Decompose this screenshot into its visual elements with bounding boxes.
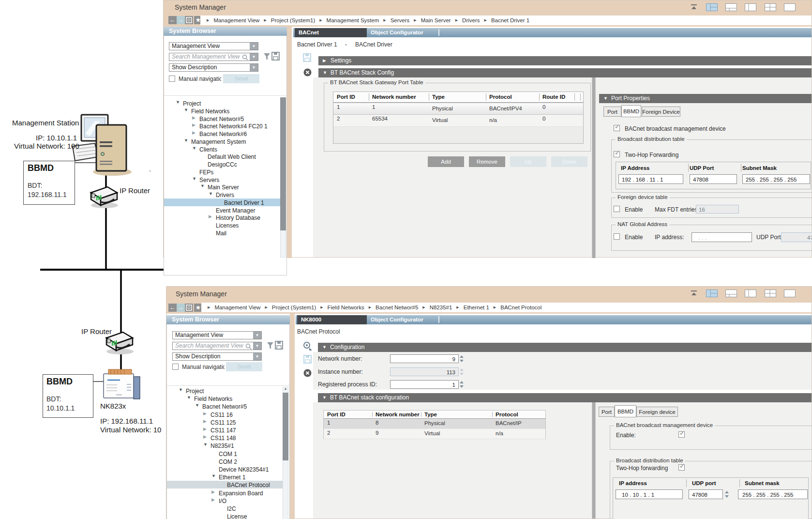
column-header[interactable]: Port ID <box>337 94 355 100</box>
tree-item[interactable]: CS11 125 <box>211 419 236 426</box>
tree-item[interactable]: DesigoCCc <box>208 161 237 168</box>
tree-expanded-icon[interactable]: ▼ <box>176 100 180 105</box>
tab-object-configurator[interactable]: Object Configurator <box>367 28 427 37</box>
tab-port[interactable]: Port <box>603 107 621 117</box>
scroll-up-icon[interactable]: ▲ <box>283 387 288 392</box>
breadcrumb-item[interactable]: Bacnet Driver 1 <box>491 17 529 23</box>
chevron-down-icon[interactable]: ▼ <box>253 353 261 360</box>
tree-item[interactable]: Bacnet Driver 1 <box>224 199 264 206</box>
chevron-down-icon[interactable]: ▼ <box>253 332 261 339</box>
save-icon[interactable] <box>303 53 311 62</box>
tree-item[interactable]: Mail <box>216 230 226 237</box>
bdt-ip-input[interactable]: 192 . 168 . 11 . 1 <box>618 174 683 184</box>
tree-item[interactable]: BACnet Protocol <box>227 482 270 488</box>
tree-collapsed-icon[interactable]: ▶ <box>209 214 212 219</box>
tree-item[interactable]: Servers <box>199 177 219 183</box>
layout-single-icon[interactable] <box>784 3 796 13</box>
discard-icon[interactable] <box>303 68 312 76</box>
up-button[interactable]: Up <box>510 156 546 167</box>
breadcrumb-item[interactable]: Servers <box>391 17 410 23</box>
tree-collapsed-icon[interactable]: ▶ <box>203 427 207 431</box>
column-header[interactable]: Type <box>424 412 437 417</box>
down-button[interactable]: Down <box>551 156 587 167</box>
layout-left-icon[interactable] <box>745 3 756 13</box>
tree-item[interactable]: History Database <box>216 214 260 221</box>
tree-item[interactable]: I/O <box>219 498 226 504</box>
view-select[interactable]: Management View▼ <box>172 331 262 339</box>
tab-foreign-device[interactable]: Foreign device <box>636 407 678 417</box>
twohop-checkbox[interactable]: ✓ <box>678 464 685 471</box>
column-header[interactable]: Port ID <box>327 412 346 417</box>
spinner[interactable] <box>460 354 464 363</box>
tree-item[interactable]: Ethernet 1 <box>219 474 245 481</box>
view-select[interactable]: Management View▼ <box>169 42 258 50</box>
column-header[interactable]: Route ID <box>542 94 565 100</box>
breadcrumb-item[interactable]: Bacnet Networ#5 <box>376 305 418 310</box>
tree-item[interactable]: CS11 148 <box>211 435 236 442</box>
tree-item[interactable]: CS11 16 <box>211 412 233 418</box>
tree-item[interactable]: Clients <box>199 146 217 153</box>
send-button[interactable]: Send <box>223 74 259 83</box>
column-header[interactable]: Type <box>432 94 445 100</box>
tab-foreign-device[interactable]: Foreign Device <box>642 107 680 117</box>
back-icon[interactable]: ← <box>168 16 177 24</box>
history-icon[interactable] <box>185 16 193 24</box>
tree-collapsed-icon[interactable]: ▶ <box>211 497 215 502</box>
layout-bottom-icon[interactable] <box>725 290 737 299</box>
layout-left-icon[interactable] <box>745 290 756 299</box>
tree-expanded-icon[interactable]: ▼ <box>192 146 196 151</box>
layout-quad-icon[interactable] <box>765 3 776 13</box>
instance-number-input[interactable]: 113 <box>390 367 459 376</box>
column-header[interactable]: Network number <box>372 94 416 100</box>
tree-collapsed-icon[interactable]: ▶ <box>192 130 195 135</box>
history-icon[interactable] <box>185 304 193 312</box>
tree-expanded-icon[interactable]: ▼ <box>203 442 208 447</box>
filter-icon[interactable] <box>267 342 274 350</box>
send-button[interactable]: Send <box>226 362 262 371</box>
tree-item[interactable]: Management System <box>191 138 246 145</box>
configuration-section-header[interactable]: ▼Configuration <box>318 343 812 352</box>
port-properties-header[interactable]: ▼Port Properties <box>599 94 812 103</box>
nat-ip-input[interactable]: . . . <box>692 232 752 242</box>
tree-item[interactable]: Field Networks <box>194 396 232 402</box>
collapse-panel-icon[interactable] <box>690 3 698 12</box>
table-row[interactable]: 18PhysicalBACnet/IP <box>324 419 545 429</box>
tree-item[interactable]: Default Web Client <box>208 153 256 160</box>
settings-section-header[interactable]: ▶Settings <box>318 56 812 65</box>
breadcrumb-item[interactable]: BACnet Protocol <box>500 305 541 310</box>
save-search-icon[interactable] <box>271 52 280 61</box>
layout-single-icon[interactable] <box>784 290 796 299</box>
navigate-icon[interactable] <box>302 341 313 351</box>
tree-scrollbar-thumb[interactable] <box>280 97 286 230</box>
save-search-icon[interactable] <box>275 341 283 350</box>
forward-icon[interactable]: → <box>177 304 185 312</box>
breadcrumb-item[interactable]: Project (System1) <box>271 17 315 23</box>
tree-item[interactable]: CS11 147 <box>211 427 236 434</box>
bdt-ip-input[interactable]: 10 . 10 . 1 . 1 <box>616 489 683 499</box>
layout-quad-icon[interactable] <box>765 290 776 299</box>
tree-expanded-icon[interactable]: ▼ <box>179 387 183 392</box>
splitter[interactable] <box>592 77 596 258</box>
tab-port[interactable]: Port <box>599 407 615 417</box>
chevron-down-icon[interactable]: ▼ <box>253 342 261 350</box>
breadcrumb-item[interactable]: Main Server <box>421 17 451 23</box>
tree-item[interactable]: Project <box>183 100 201 107</box>
tree-item[interactable]: Field Networks <box>191 108 229 115</box>
tree-expanded-icon[interactable]: ▼ <box>184 138 188 143</box>
tree-collapsed-icon[interactable]: ▶ <box>192 122 195 127</box>
tree-item[interactable]: FEPs <box>199 169 213 176</box>
breadcrumb-item[interactable]: Management View <box>214 305 260 310</box>
spinner[interactable] <box>460 367 464 376</box>
layout-grid-icon[interactable] <box>706 3 718 13</box>
back-icon[interactable]: ← <box>168 304 177 312</box>
tree-item[interactable]: Event Manager <box>216 207 255 214</box>
splitter[interactable] <box>592 402 596 519</box>
bdt-mask-input[interactable]: 255 . 255 . 255 . 255 <box>742 174 810 184</box>
save-icon[interactable] <box>303 355 312 364</box>
tree-item[interactable]: Main Server <box>208 184 239 191</box>
tree-expanded-icon[interactable]: ▼ <box>184 107 188 112</box>
tab-bbmd[interactable]: BBMD <box>615 405 636 417</box>
tree-item[interactable]: Expansion Board <box>219 490 263 497</box>
column-header[interactable]: Protocol <box>489 94 512 100</box>
network-number-input[interactable]: 9 <box>390 354 459 363</box>
